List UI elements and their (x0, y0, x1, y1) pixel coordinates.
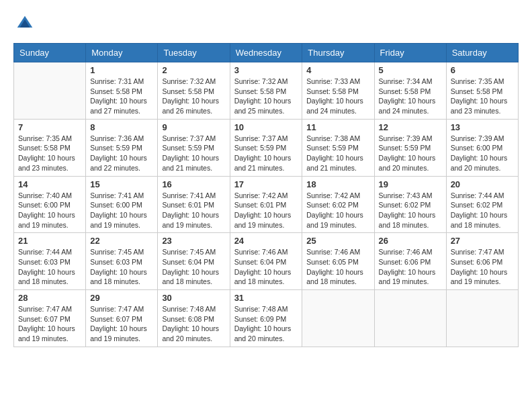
day-number: 29 (90, 293, 153, 303)
calendar-cell: 26Sunrise: 7:46 AM Sunset: 6:06 PM Dayli… (374, 233, 446, 290)
calendar-cell: 23Sunrise: 7:45 AM Sunset: 6:04 PM Dayli… (158, 233, 230, 290)
day-number: 13 (451, 122, 514, 132)
calendar-week-2: 14Sunrise: 7:40 AM Sunset: 6:00 PM Dayli… (14, 176, 519, 233)
calendar-cell (14, 62, 86, 120)
calendar-cell: 3Sunrise: 7:32 AM Sunset: 5:58 PM Daylig… (230, 62, 302, 120)
day-info: Sunrise: 7:42 AM Sunset: 6:02 PM Dayligh… (306, 191, 369, 230)
day-info: Sunrise: 7:37 AM Sunset: 5:59 PM Dayligh… (234, 134, 298, 173)
day-number: 10 (234, 122, 298, 132)
day-info: Sunrise: 7:34 AM Sunset: 5:58 PM Dayligh… (379, 77, 442, 116)
calendar-cell: 31Sunrise: 7:48 AM Sunset: 6:09 PM Dayli… (230, 290, 302, 347)
day-number: 1 (90, 65, 153, 75)
day-info: Sunrise: 7:39 AM Sunset: 5:59 PM Dayligh… (379, 134, 442, 173)
calendar-cell: 17Sunrise: 7:42 AM Sunset: 6:01 PM Dayli… (230, 176, 302, 233)
calendar-cell: 25Sunrise: 7:46 AM Sunset: 6:05 PM Dayli… (302, 233, 374, 290)
calendar-cell: 22Sunrise: 7:45 AM Sunset: 6:03 PM Dayli… (86, 233, 158, 290)
day-number: 9 (162, 122, 225, 132)
day-number: 25 (306, 236, 369, 246)
day-number: 2 (162, 65, 225, 75)
calendar-table: SundayMondayTuesdayWednesdayThursdayFrid… (13, 43, 519, 347)
weekday-thursday: Thursday (302, 44, 374, 62)
calendar-cell: 21Sunrise: 7:44 AM Sunset: 6:03 PM Dayli… (14, 233, 86, 290)
day-number: 31 (234, 293, 298, 303)
calendar-cell: 6Sunrise: 7:35 AM Sunset: 5:58 PM Daylig… (446, 62, 518, 120)
calendar-cell: 8Sunrise: 7:36 AM Sunset: 5:59 PM Daylig… (86, 119, 158, 176)
day-number: 24 (234, 236, 298, 246)
day-info: Sunrise: 7:41 AM Sunset: 6:01 PM Dayligh… (162, 191, 225, 230)
day-number: 5 (379, 65, 442, 75)
calendar-cell: 16Sunrise: 7:41 AM Sunset: 6:01 PM Dayli… (158, 176, 230, 233)
calendar-cell (446, 290, 518, 347)
calendar-cell: 11Sunrise: 7:38 AM Sunset: 5:59 PM Dayli… (302, 119, 374, 176)
calendar-cell: 10Sunrise: 7:37 AM Sunset: 5:59 PM Dayli… (230, 119, 302, 176)
day-info: Sunrise: 7:31 AM Sunset: 5:58 PM Dayligh… (90, 77, 153, 116)
day-info: Sunrise: 7:38 AM Sunset: 5:59 PM Dayligh… (306, 134, 369, 173)
day-info: Sunrise: 7:42 AM Sunset: 6:01 PM Dayligh… (234, 191, 298, 230)
calendar-cell: 24Sunrise: 7:46 AM Sunset: 6:04 PM Dayli… (230, 233, 302, 290)
day-number: 22 (90, 236, 153, 246)
weekday-friday: Friday (374, 44, 446, 62)
day-info: Sunrise: 7:32 AM Sunset: 5:58 PM Dayligh… (234, 77, 298, 116)
day-info: Sunrise: 7:35 AM Sunset: 5:58 PM Dayligh… (18, 134, 81, 173)
day-info: Sunrise: 7:39 AM Sunset: 6:00 PM Dayligh… (451, 134, 514, 173)
day-number: 8 (90, 122, 153, 132)
day-number: 23 (162, 236, 225, 246)
day-number: 15 (90, 179, 153, 189)
page-header (13, 13, 519, 36)
day-info: Sunrise: 7:46 AM Sunset: 6:05 PM Dayligh… (306, 247, 369, 287)
calendar-cell: 5Sunrise: 7:34 AM Sunset: 5:58 PM Daylig… (374, 62, 446, 120)
calendar-cell: 14Sunrise: 7:40 AM Sunset: 6:00 PM Dayli… (14, 176, 86, 233)
day-number: 4 (306, 65, 369, 75)
calendar-cell: 9Sunrise: 7:37 AM Sunset: 5:59 PM Daylig… (158, 119, 230, 176)
day-number: 30 (162, 293, 225, 303)
day-number: 20 (451, 179, 514, 189)
day-number: 12 (379, 122, 442, 132)
day-number: 16 (162, 179, 225, 189)
calendar-cell: 29Sunrise: 7:47 AM Sunset: 6:07 PM Dayli… (86, 290, 158, 347)
weekday-tuesday: Tuesday (158, 44, 230, 62)
calendar-cell: 15Sunrise: 7:41 AM Sunset: 6:00 PM Dayli… (86, 176, 158, 233)
day-number: 7 (18, 122, 81, 132)
day-info: Sunrise: 7:40 AM Sunset: 6:00 PM Dayligh… (18, 191, 81, 230)
weekday-wednesday: Wednesday (230, 44, 302, 62)
calendar-cell (374, 290, 446, 347)
day-info: Sunrise: 7:45 AM Sunset: 6:03 PM Dayligh… (90, 247, 153, 287)
day-number: 14 (18, 179, 81, 189)
day-info: Sunrise: 7:48 AM Sunset: 6:09 PM Dayligh… (234, 304, 298, 344)
day-info: Sunrise: 7:32 AM Sunset: 5:58 PM Dayligh… (162, 77, 225, 116)
day-info: Sunrise: 7:46 AM Sunset: 6:06 PM Dayligh… (379, 247, 442, 287)
day-info: Sunrise: 7:36 AM Sunset: 5:59 PM Dayligh… (90, 134, 153, 173)
calendar-cell: 18Sunrise: 7:42 AM Sunset: 6:02 PM Dayli… (302, 176, 374, 233)
weekday-sunday: Sunday (14, 44, 86, 62)
calendar-cell: 28Sunrise: 7:47 AM Sunset: 6:07 PM Dayli… (14, 290, 86, 347)
day-info: Sunrise: 7:44 AM Sunset: 6:02 PM Dayligh… (451, 191, 514, 230)
day-info: Sunrise: 7:37 AM Sunset: 5:59 PM Dayligh… (162, 134, 225, 173)
calendar-cell: 13Sunrise: 7:39 AM Sunset: 6:00 PM Dayli… (446, 119, 518, 176)
calendar-cell: 30Sunrise: 7:48 AM Sunset: 6:08 PM Dayli… (158, 290, 230, 347)
day-number: 18 (306, 179, 369, 189)
day-info: Sunrise: 7:47 AM Sunset: 6:07 PM Dayligh… (18, 304, 81, 344)
logo-icon (15, 13, 35, 34)
day-number: 28 (18, 293, 81, 303)
weekday-saturday: Saturday (446, 44, 518, 62)
calendar-cell: 7Sunrise: 7:35 AM Sunset: 5:58 PM Daylig… (14, 119, 86, 176)
day-number: 26 (379, 236, 442, 246)
day-number: 6 (451, 65, 514, 75)
day-info: Sunrise: 7:47 AM Sunset: 6:07 PM Dayligh… (90, 304, 153, 344)
day-info: Sunrise: 7:35 AM Sunset: 5:58 PM Dayligh… (451, 77, 514, 116)
logo (13, 13, 35, 36)
calendar-cell: 12Sunrise: 7:39 AM Sunset: 5:59 PM Dayli… (374, 119, 446, 176)
day-number: 11 (306, 122, 369, 132)
calendar-cell: 2Sunrise: 7:32 AM Sunset: 5:58 PM Daylig… (158, 62, 230, 120)
day-number: 19 (379, 179, 442, 189)
day-info: Sunrise: 7:33 AM Sunset: 5:58 PM Dayligh… (306, 77, 369, 116)
day-info: Sunrise: 7:47 AM Sunset: 6:06 PM Dayligh… (451, 247, 514, 287)
calendar-cell: 20Sunrise: 7:44 AM Sunset: 6:02 PM Dayli… (446, 176, 518, 233)
day-number: 17 (234, 179, 298, 189)
day-info: Sunrise: 7:41 AM Sunset: 6:00 PM Dayligh… (90, 191, 153, 230)
calendar-week-0: 1Sunrise: 7:31 AM Sunset: 5:58 PM Daylig… (14, 62, 519, 120)
calendar-week-1: 7Sunrise: 7:35 AM Sunset: 5:58 PM Daylig… (14, 119, 519, 176)
day-info: Sunrise: 7:44 AM Sunset: 6:03 PM Dayligh… (18, 247, 81, 287)
calendar-week-3: 21Sunrise: 7:44 AM Sunset: 6:03 PM Dayli… (14, 233, 519, 290)
day-number: 21 (18, 236, 81, 246)
